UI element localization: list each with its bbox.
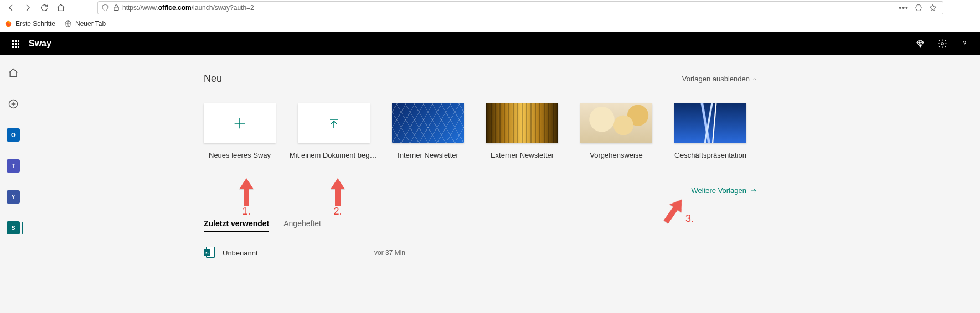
outlook-icon: O: [7, 128, 20, 142]
tile-label: Vorgehensweise: [572, 151, 661, 159]
settings-button[interactable]: [931, 32, 953, 55]
svg-rect-0: [114, 7, 118, 10]
tile-label: Externer Newsletter: [478, 151, 566, 159]
template-thumb-icon: [486, 103, 558, 143]
more-templates-link[interactable]: Weitere Vorlagen: [204, 186, 757, 195]
bookmark-neuer-tab[interactable]: Neuer Tab: [64, 20, 106, 28]
page-actions-icon[interactable]: •••: [899, 3, 909, 12]
tile-label: Mit einem Dokument begi…: [290, 151, 378, 159]
rail-teams[interactable]: T: [4, 157, 22, 175]
recent-item-name: Unbenannt: [223, 249, 367, 257]
url-host: office.com: [158, 4, 192, 12]
rail-outlook[interactable]: O: [4, 126, 22, 144]
browser-toolbar: https://www.office.com/launch/sway?auth=…: [0, 0, 980, 15]
plus-icon: [204, 103, 276, 143]
firefox-icon: [4, 20, 12, 28]
recent-item[interactable]: S Unbenannt vor 37 Min: [204, 247, 757, 259]
tile-external-newsletter[interactable]: Externer Newsletter: [486, 103, 558, 159]
recent-item-time: vor 37 Min: [374, 249, 405, 257]
tile-new-blank-sway[interactable]: Neues leeres Sway: [204, 103, 276, 159]
recent-tabs: Zuletzt verwendet Angeheftet: [204, 219, 947, 232]
lock-icon: [112, 4, 120, 12]
template-tiles: Neues leeres Sway Mit einem Dokument beg…: [204, 103, 947, 159]
globe-icon: [64, 20, 72, 28]
teams-icon: T: [7, 159, 20, 173]
bookmark-erste-schritte[interactable]: Erste Schritte: [4, 20, 55, 28]
tracking-shield-icon: [101, 4, 109, 12]
more-templates-label: Weitere Vorlagen: [692, 186, 747, 195]
bookmark-label: Neuer Tab: [75, 20, 106, 28]
help-button[interactable]: [953, 32, 976, 55]
hide-templates-label: Vorlagen ausblenden: [682, 75, 750, 83]
url-bar[interactable]: https://www.office.com/launch/sway?auth=…: [97, 1, 943, 14]
svg-point-4: [964, 46, 964, 46]
sway-doc-icon: S: [204, 247, 215, 259]
reload-button[interactable]: [37, 1, 52, 14]
divider: [204, 176, 757, 176]
tile-start-with-doc[interactable]: Mit einem Dokument begi…: [298, 103, 370, 159]
tab-recent[interactable]: Zuletzt verwendet: [204, 219, 269, 232]
tile-business-presentation[interactable]: Geschäftspräsentation: [674, 103, 746, 159]
bookmark-star-icon[interactable]: [929, 3, 937, 12]
url-prefix: https://www.: [122, 4, 158, 12]
upload-icon: [298, 103, 370, 143]
rail-create[interactable]: [4, 95, 22, 113]
svg-point-3: [941, 43, 944, 45]
tile-howto[interactable]: Vorgehensweise: [580, 103, 652, 159]
reader-view-icon[interactable]: [914, 3, 923, 12]
left-rail: O T Y S: [0, 55, 27, 313]
url-text: https://www.office.com/launch/sway?auth=…: [122, 4, 899, 12]
url-path: /launch/sway?auth=2: [192, 4, 254, 12]
bookmark-bar: Erste Schritte Neuer Tab: [0, 15, 980, 32]
premium-button[interactable]: [909, 32, 931, 55]
rail-yammer[interactable]: Y: [4, 188, 22, 206]
template-thumb-icon: [674, 103, 746, 143]
sway-icon: S: [7, 221, 20, 234]
tile-label: Interner Newsletter: [384, 151, 472, 159]
app-header: Sway: [0, 32, 980, 55]
arrow-right-icon: [750, 187, 757, 195]
waffle-icon: [12, 40, 19, 48]
section-title-new: Neu: [204, 73, 222, 85]
template-thumb-icon: [580, 103, 652, 143]
tile-label: Geschäftspräsentation: [666, 151, 755, 159]
tab-pinned[interactable]: Angeheftet: [283, 219, 321, 232]
url-actions: •••: [899, 3, 937, 12]
tile-label: Neues leeres Sway: [195, 151, 284, 159]
tile-internal-newsletter[interactable]: Interner Newsletter: [392, 103, 464, 159]
app-launcher-button[interactable]: [4, 32, 27, 55]
forward-button[interactable]: [20, 1, 35, 14]
bookmark-label: Erste Schritte: [16, 20, 55, 28]
template-thumb-icon: [392, 103, 464, 143]
chevron-up-icon: [752, 76, 757, 82]
main-content: Neu Vorlagen ausblenden Neues leeres Swa…: [27, 55, 980, 313]
back-button[interactable]: [3, 1, 19, 14]
rail-sway[interactable]: S: [4, 219, 22, 237]
rail-home[interactable]: [4, 64, 22, 82]
home-button[interactable]: [53, 1, 69, 14]
app-title: Sway: [29, 39, 51, 49]
yammer-icon: Y: [7, 190, 20, 204]
hide-templates-link[interactable]: Vorlagen ausblenden: [682, 75, 757, 83]
